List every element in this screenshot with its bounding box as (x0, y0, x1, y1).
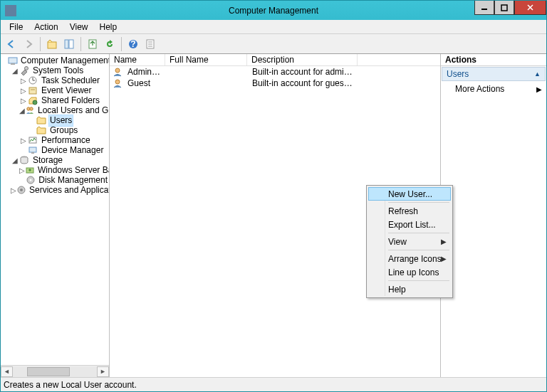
tree-services-apps[interactable]: ▷Services and Applications (2, 185, 109, 195)
forward-button[interactable] (21, 36, 36, 52)
back-button[interactable] (4, 36, 19, 52)
ctx-help[interactable]: Help (368, 282, 451, 296)
tree-disk-mgmt[interactable]: ▷Disk Management (2, 175, 109, 185)
cell-description: Built-in account for administering... (248, 67, 358, 77)
list-header: Name Full Name Description (110, 54, 440, 66)
share-icon (27, 95, 38, 105)
menu-view[interactable]: View (66, 21, 93, 33)
collapse-icon: ▲ (534, 70, 541, 78)
clock-icon (27, 75, 38, 85)
svg-text:?: ? (130, 39, 135, 49)
maximize-button[interactable] (494, 1, 514, 15)
close-button[interactable] (514, 1, 546, 15)
tree-shared-folders[interactable]: ▷Shared Folders (2, 95, 109, 105)
svg-point-35 (115, 80, 120, 84)
svg-point-22 (33, 100, 37, 105)
col-spacer (358, 54, 440, 65)
tree-root[interactable]: ▷Computer Management (Local (2, 55, 109, 65)
svg-rect-14 (9, 58, 17, 63)
svg-rect-20 (29, 88, 36, 94)
disk-icon (26, 175, 36, 185)
user-icon (112, 66, 123, 78)
storage-icon (19, 155, 30, 165)
ctx-line-up[interactable]: Line up Icons (368, 265, 451, 279)
cell-description: Built-in account for guest access t... (248, 78, 358, 88)
chevron-right-icon: ▶ (536, 85, 542, 93)
minimize-button[interactable] (474, 1, 494, 15)
list-row[interactable]: AdministratorBuilt-in account for admini… (110, 66, 440, 78)
svg-point-16 (25, 67, 28, 70)
folder-icon (36, 125, 47, 135)
svg-point-24 (30, 107, 33, 110)
event-icon (27, 85, 38, 95)
ctx-export-list[interactable]: Export List... (368, 218, 451, 231)
device-icon (27, 145, 38, 155)
chevron-right-icon: ▶ (441, 238, 447, 245)
col-full-name[interactable]: Full Name (165, 54, 247, 65)
tree-users[interactable]: ▷Users (2, 115, 109, 125)
actions-panel: Actions Users ▲ More Actions ▶ (441, 54, 546, 377)
perf-icon (27, 135, 38, 145)
menu-bar: File Action View Help (1, 20, 546, 34)
ctx-arrange-icons[interactable]: Arrange Icons▶ (368, 252, 451, 265)
computer-icon (8, 55, 18, 65)
up-button[interactable] (44, 36, 60, 52)
tree-performance[interactable]: ▷Performance (2, 135, 109, 145)
ctx-new-user[interactable]: New User... (368, 187, 451, 201)
list-row[interactable]: GuestBuilt-in account for guest access t… (110, 78, 440, 89)
users-icon (25, 105, 35, 115)
ctx-view[interactable]: View▶ (368, 235, 451, 248)
ctx-refresh[interactable]: Refresh (368, 204, 451, 218)
svg-rect-6 (69, 40, 73, 48)
menu-file[interactable]: File (5, 21, 27, 33)
app-icon (5, 5, 16, 16)
user-icon (112, 78, 123, 89)
tree-wsb[interactable]: ▷Windows Server Backup (2, 165, 109, 175)
svg-rect-1 (501, 5, 507, 11)
tree-hscroll[interactable]: ◄ ► (1, 365, 109, 377)
help-button[interactable]: ? (125, 36, 141, 52)
svg-rect-26 (29, 147, 36, 152)
folder-icon (36, 115, 47, 125)
svg-point-33 (20, 189, 23, 191)
cell-name: Guest (123, 78, 166, 88)
tree-event-viewer[interactable]: ▷Event Viewer (2, 85, 109, 95)
tree-storage[interactable]: ◢Storage (2, 155, 109, 165)
chevron-right-icon: ▶ (441, 255, 447, 263)
tree-device-manager[interactable]: ▷Device Manager (2, 145, 109, 155)
tree-groups[interactable]: ▷Groups (2, 125, 109, 135)
scroll-left-icon[interactable]: ◄ (1, 366, 13, 377)
properties-button[interactable] (142, 36, 158, 52)
title-bar: Computer Management (0, 0, 547, 20)
show-hide-button[interactable] (61, 36, 77, 52)
scroll-right-icon[interactable]: ► (97, 366, 109, 377)
actions-more[interactable]: More Actions ▶ (441, 82, 546, 96)
svg-rect-5 (65, 40, 68, 48)
svg-rect-4 (48, 42, 56, 48)
status-text: Creates a new Local User account. (4, 380, 137, 390)
export-button[interactable] (85, 36, 100, 52)
tree-system-tools[interactable]: ◢System Tools (2, 65, 109, 75)
services-icon (16, 185, 26, 195)
status-bar: Creates a new Local User account. (1, 377, 546, 391)
col-name[interactable]: Name (110, 54, 165, 65)
tree-task-scheduler[interactable]: ▷Task Scheduler (2, 75, 109, 85)
menu-action[interactable]: Action (30, 21, 62, 33)
svg-rect-27 (31, 152, 34, 154)
list-panel: Name Full Name Description Administrator… (110, 54, 441, 377)
tree-panel: ▷Computer Management (Local ◢System Tool… (1, 54, 110, 377)
window-title: Computer Management (229, 6, 318, 16)
actions-header: Actions (441, 54, 546, 66)
actions-category[interactable]: Users ▲ (442, 67, 546, 81)
col-description[interactable]: Description (247, 54, 358, 65)
backup-icon (25, 165, 35, 175)
menu-help[interactable]: Help (95, 21, 122, 33)
tools-icon (19, 65, 30, 75)
refresh-button[interactable] (102, 36, 118, 52)
cell-name: Administrator (123, 67, 166, 77)
toolbar: ? (1, 34, 546, 54)
svg-point-34 (115, 68, 120, 73)
svg-point-31 (30, 179, 32, 181)
context-menu: New User... Refresh Export List... View▶… (366, 185, 453, 298)
